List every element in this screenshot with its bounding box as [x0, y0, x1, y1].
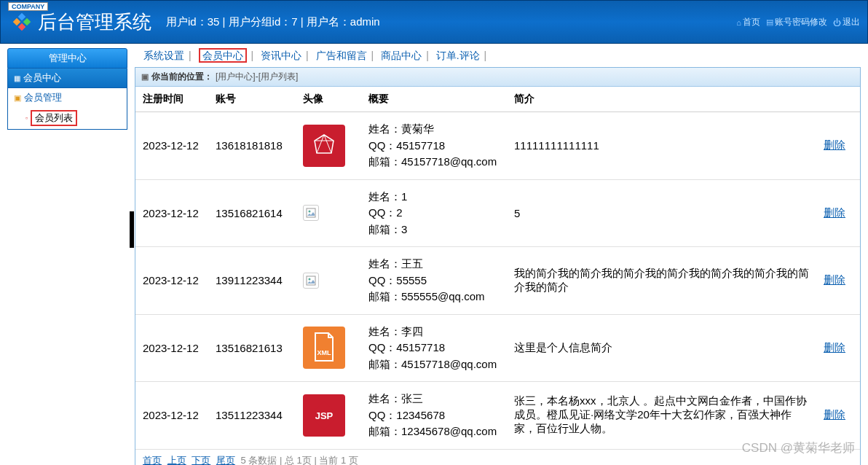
pager: 首页 上页 下页 尾页 5 条数据 | 总 1页 | 当前 1 页	[135, 450, 860, 466]
pager-info: 5 条数据 | 总 1页 | 当前 1 页	[241, 455, 358, 466]
square-icon: ▫	[25, 114, 28, 122]
cell-op: 删除	[816, 247, 860, 315]
user-table: 注册时间 账号 头像 概要 简介 2023-12-1213618181818姓名…	[135, 87, 860, 450]
cell-intro: 这里是个人信息简介	[507, 314, 816, 382]
cell-avatar: XML	[296, 314, 361, 382]
sidebar: 管理中心 ▦ 会员中心 ▣ 会员管理 ▫ 会员列表	[0, 48, 127, 465]
cell-account: 13911223344	[208, 247, 296, 315]
svg-marker-4	[315, 135, 334, 153]
tab-ad[interactable]: 广告和留言	[316, 50, 367, 61]
cell-time: 2023-12-12	[135, 179, 208, 247]
sidebar-group-member-manage[interactable]: ▣ 会员管理	[8, 88, 127, 107]
svg-marker-1	[13, 18, 21, 26]
sidebar-header: 管理中心	[7, 48, 127, 69]
svg-marker-3	[18, 23, 26, 31]
avatar-xml-icon: XML	[303, 327, 345, 369]
delete-link[interactable]: 删除	[824, 408, 845, 421]
delete-link[interactable]: 删除	[824, 273, 845, 286]
tab-system[interactable]: 系统设置	[143, 50, 184, 61]
resize-handle[interactable]	[130, 211, 134, 248]
pager-prev[interactable]: 上页	[167, 455, 186, 466]
cell-summary: 姓名：1QQ：2邮箱：3	[361, 179, 507, 247]
grid-icon: ▦	[14, 74, 20, 82]
cell-intro: 我的简介我的简介我的简介我的简介我的简介我的简介我的简介我的简介	[507, 247, 816, 315]
table-row: 2023-12-1213516821613XML姓名：李四QQ：45157718…	[135, 314, 860, 382]
tab-member[interactable]: 会员中心	[199, 48, 247, 63]
cell-op: 删除	[816, 179, 860, 247]
cell-intro: 11111111111111	[507, 112, 816, 180]
cell-account: 13516821614	[208, 179, 296, 247]
cell-time: 2023-12-12	[135, 382, 208, 450]
cell-avatar	[296, 112, 361, 180]
sidebar-item-member-list[interactable]: ▫ 会员列表	[8, 107, 127, 129]
avatar-broken-icon	[303, 205, 319, 221]
cell-summary: 姓名：王五QQ：55555邮箱：555555@qq.com	[361, 247, 507, 315]
cell-account: 13516821613	[208, 314, 296, 382]
cell-op: 删除	[816, 314, 860, 382]
table-row: 2023-12-1213516821614姓名：1QQ：2邮箱：35删除	[135, 179, 860, 247]
delete-link[interactable]: 删除	[824, 206, 845, 219]
svg-point-11	[309, 278, 311, 280]
pager-last[interactable]: 尾页	[216, 455, 235, 466]
col-account: 账号	[208, 87, 296, 112]
cell-op: 删除	[816, 112, 860, 180]
cell-account: 13618181818	[208, 112, 296, 180]
pager-first[interactable]: 首页	[143, 455, 162, 466]
svg-marker-0	[18, 13, 26, 21]
cell-intro: 5	[507, 179, 816, 247]
avatar-broken-icon	[303, 273, 319, 289]
col-regtime: 注册时间	[135, 87, 208, 112]
avatar-ruby-icon	[303, 125, 345, 167]
col-intro: 简介	[507, 87, 816, 112]
system-title: 后台管理系统	[38, 9, 151, 35]
main-content: 系统设置| 会员中心| 资讯中心| 广告和留言| 商品中心| 订单.评论| ▣ …	[127, 48, 868, 465]
tab-news[interactable]: 资讯中心	[261, 50, 301, 61]
cell-account: 13511223344	[208, 382, 296, 450]
cell-summary: 姓名：黄菊华QQ：45157718邮箱：45157718@qq.com	[361, 112, 507, 180]
top-bar: COMPANY 后台管理系统 用户id：35 | 用户分组id：7 | 用户名：…	[0, 0, 868, 44]
svg-point-9	[309, 211, 311, 213]
svg-text:XML: XML	[317, 349, 332, 356]
password-link[interactable]: ▤账号密码修改	[766, 16, 827, 28]
tab-bar: 系统设置| 会员中心| 资讯中心| 广告和留言| 商品中心| 订单.评论|	[135, 48, 861, 67]
delete-link[interactable]: 删除	[824, 138, 845, 151]
power-icon: ⏻	[833, 17, 841, 26]
cell-time: 2023-12-12	[135, 314, 208, 382]
tab-order[interactable]: 订单.评论	[436, 50, 480, 61]
cell-avatar: JSP	[296, 382, 361, 450]
cell-avatar	[296, 179, 361, 247]
svg-marker-2	[23, 18, 31, 26]
cell-op: 删除	[816, 382, 860, 450]
svg-text:JSP: JSP	[315, 410, 334, 421]
delete-link[interactable]: 删除	[824, 341, 845, 353]
cell-intro: 张三，本名杨xxx，北京人 。起点中文网白金作者，中国作协成员。橙瓜见证·网络文…	[507, 382, 816, 450]
company-tag: COMPANY	[8, 2, 48, 11]
content-panel: ▣ 你当前的位置： [用户中心]-[用户列表] 注册时间 账号 头像 概要 简介…	[135, 67, 861, 465]
cell-time: 2023-12-12	[135, 112, 208, 180]
cell-avatar	[296, 247, 361, 315]
col-avatar: 头像	[296, 87, 361, 112]
sidebar-section-member[interactable]: ▦ 会员中心	[7, 69, 127, 88]
logo-icon	[12, 12, 32, 32]
pager-next[interactable]: 下页	[192, 455, 210, 466]
svg-rect-10	[307, 276, 315, 285]
table-row: 2023-12-1213911223344姓名：王五QQ：55555邮箱：555…	[135, 247, 860, 315]
location-icon: ▣	[141, 72, 149, 82]
svg-rect-8	[307, 208, 315, 217]
col-summary: 概要	[361, 87, 507, 112]
home-link[interactable]: ⌂首页	[736, 16, 760, 28]
table-row: 2023-12-1213511223344JSP姓名：张三QQ：12345678…	[135, 382, 860, 450]
tab-goods[interactable]: 商品中心	[381, 50, 422, 61]
avatar-jsp-icon: JSP	[303, 394, 345, 437]
folder-icon: ▣	[14, 93, 21, 103]
user-info: 用户id：35 | 用户分组id：7 | 用户名：admin	[166, 15, 380, 29]
cell-summary: 姓名：李四QQ：45157718邮箱：45157718@qq.com	[361, 314, 507, 382]
list-icon: ▤	[766, 17, 773, 27]
home-icon: ⌂	[736, 17, 741, 26]
col-op	[816, 87, 860, 112]
breadcrumb: ▣ 你当前的位置： [用户中心]-[用户列表]	[135, 68, 860, 87]
cell-time: 2023-12-12	[135, 247, 208, 315]
cell-summary: 姓名：张三QQ：12345678邮箱：12345678@qq.com	[361, 382, 507, 450]
logout-link[interactable]: ⏻退出	[833, 16, 860, 28]
table-row: 2023-12-1213618181818姓名：黄菊华QQ：45157718邮箱…	[135, 112, 860, 180]
